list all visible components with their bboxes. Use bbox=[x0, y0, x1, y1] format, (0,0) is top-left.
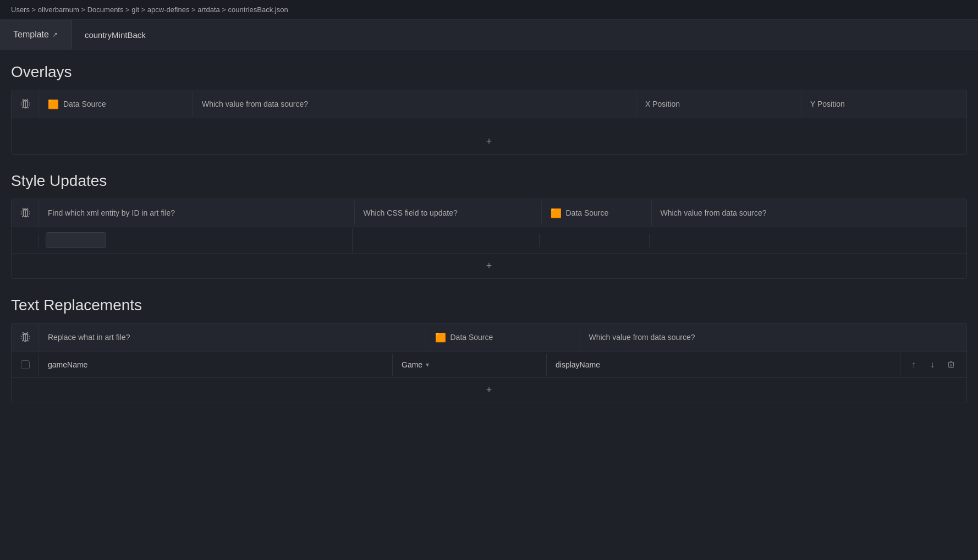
text-replacements-section: Text Replacements Replace what in art fi… bbox=[11, 297, 967, 403]
text-datasource-dropdown[interactable]: Game ▾ bbox=[402, 360, 429, 369]
dropdown-arrow-icon: ▾ bbox=[426, 361, 429, 369]
text-which-value-header: Which value from data source? bbox=[580, 325, 967, 349]
text-row-checkbox[interactable] bbox=[21, 360, 30, 369]
template-name: countryMintBack bbox=[72, 20, 159, 50]
text-row-check-col[interactable] bbox=[12, 354, 39, 376]
style-data-source-icon: 🟧 bbox=[551, 208, 562, 218]
text-bug-icon bbox=[19, 331, 31, 343]
overlays-table: 🟧 Data Source Which value from data sour… bbox=[11, 90, 967, 155]
template-label[interactable]: Template ↗ bbox=[0, 20, 72, 50]
template-text: Template bbox=[13, 30, 49, 40]
overlays-add-row[interactable]: + bbox=[12, 129, 966, 154]
style-row-check bbox=[12, 234, 39, 247]
overlays-title: Overlays bbox=[11, 63, 967, 81]
breadcrumb-path: Users > oliverbarnum > Documents > git >… bbox=[11, 6, 288, 14]
style-data-source-header: 🟧 Data Source bbox=[542, 200, 652, 226]
text-row-move-up-button[interactable]: ↑ bbox=[905, 356, 922, 374]
text-replacements-table: Replace what in art file? 🟧 Data Source … bbox=[11, 323, 967, 403]
bug-icon bbox=[19, 98, 31, 110]
style-bug-col bbox=[12, 199, 39, 227]
text-row-actions: ↑ ↓ bbox=[900, 356, 966, 374]
text-data-source-icon: 🟧 bbox=[435, 332, 446, 343]
text-replacements-add-row[interactable]: + bbox=[12, 378, 966, 403]
style-which-value-header: Which value from data source? bbox=[652, 201, 967, 225]
data-source-icon: 🟧 bbox=[48, 99, 59, 109]
style-css-cell bbox=[353, 234, 540, 247]
style-updates-section: Style Updates Find which xml entity by I… bbox=[11, 172, 967, 279]
overlays-data-source-header: 🟧 Data Source bbox=[39, 91, 193, 117]
text-replacements-header-row: Replace what in art file? 🟧 Data Source … bbox=[12, 323, 966, 352]
style-updates-add-row[interactable]: + bbox=[12, 254, 966, 278]
text-bug-col bbox=[12, 323, 39, 351]
text-datasource-value[interactable]: Game ▾ bbox=[393, 354, 547, 376]
text-which-value: displayName bbox=[547, 354, 900, 376]
style-find-xml-header: Find which xml entity by ID in art file? bbox=[39, 201, 355, 225]
text-replace-value: gameName bbox=[39, 354, 393, 376]
overlays-which-value-header: Which value from data source? bbox=[193, 92, 636, 116]
style-xml-input[interactable] bbox=[46, 232, 106, 248]
main-content: Overlays 🟧 Data Source Which value from … bbox=[0, 50, 978, 434]
overlays-empty bbox=[12, 118, 966, 129]
text-replacement-row: gameName Game ▾ displayName ↑ ↓ bbox=[12, 352, 966, 378]
style-update-row bbox=[12, 227, 966, 254]
overlays-header-row: 🟧 Data Source Which value from data sour… bbox=[12, 90, 966, 118]
text-replacements-title: Text Replacements bbox=[11, 297, 967, 314]
style-bug-icon bbox=[19, 207, 31, 219]
text-replace-header: Replace what in art file? bbox=[39, 325, 426, 349]
style-updates-title: Style Updates bbox=[11, 172, 967, 190]
text-row-move-down-button[interactable]: ↓ bbox=[924, 356, 941, 374]
text-replacements-add-icon: + bbox=[486, 385, 492, 396]
overlays-bug-col bbox=[12, 90, 39, 118]
style-datasource-cell bbox=[540, 234, 650, 247]
delete-icon bbox=[947, 360, 955, 369]
overlays-add-icon: + bbox=[486, 136, 492, 147]
style-updates-add-icon: + bbox=[486, 260, 492, 272]
template-bar: Template ↗ countryMintBack bbox=[0, 20, 978, 50]
style-which-css-header: Which CSS field to update? bbox=[355, 201, 542, 225]
template-arrow-icon: ↗ bbox=[52, 31, 58, 39]
style-updates-header-row: Find which xml entity by ID in art file?… bbox=[12, 199, 966, 227]
text-row-delete-button[interactable] bbox=[942, 356, 960, 374]
overlays-section: Overlays 🟧 Data Source Which value from … bbox=[11, 63, 967, 155]
breadcrumb: Users > oliverbarnum > Documents > git >… bbox=[0, 0, 978, 20]
text-datasource-label: Game bbox=[402, 360, 422, 369]
style-updates-table: Find which xml entity by ID in art file?… bbox=[11, 199, 967, 279]
overlays-x-position-header: X Position bbox=[636, 92, 801, 116]
style-xml-input-cell[interactable] bbox=[39, 228, 353, 252]
text-data-source-header: 🟧 Data Source bbox=[426, 325, 580, 350]
style-value-cell bbox=[650, 234, 967, 247]
overlays-y-position-header: Y Position bbox=[801, 92, 966, 116]
